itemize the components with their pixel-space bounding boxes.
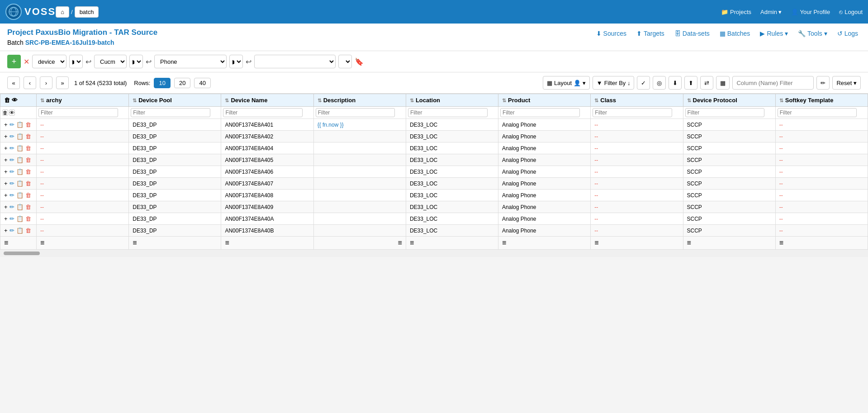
copy-icon[interactable]: 📋 xyxy=(16,192,24,199)
header-device-name[interactable]: ⇅Device Name xyxy=(221,94,313,107)
footer-class-btn[interactable]: ≡ xyxy=(594,239,598,247)
edit-button[interactable]: ✏ xyxy=(816,76,830,90)
footer-softkey-btn[interactable]: ≡ xyxy=(779,239,783,247)
tab-datasets[interactable]: 🗄 Data-sets xyxy=(672,28,712,39)
footer-actions-btn[interactable]: ≡ xyxy=(4,239,8,247)
rows-20-button[interactable]: 20 xyxy=(174,78,190,88)
filter2-arrow[interactable]: ↩ xyxy=(146,57,152,66)
edit-icon[interactable]: ✏ xyxy=(9,227,14,234)
copy-icon[interactable]: 📋 xyxy=(16,215,24,222)
delete-icon[interactable]: 🗑 xyxy=(25,204,31,210)
delete-icon[interactable]: 🗑 xyxy=(25,157,31,163)
delete-icon[interactable]: 🗑 xyxy=(25,180,31,187)
softkey-filter-input[interactable] xyxy=(778,108,857,117)
header-location[interactable]: ⇅Location xyxy=(406,94,498,107)
add-icon[interactable]: + xyxy=(4,192,8,199)
admin-link[interactable]: Admin ▾ xyxy=(760,9,782,15)
product-filter-input[interactable] xyxy=(500,108,580,117)
checkmark-button[interactable]: ✓ xyxy=(637,76,650,90)
desc-filter-input[interactable] xyxy=(316,108,395,117)
prev-page-button[interactable]: ‹ xyxy=(24,76,36,89)
loc-filter-input[interactable] xyxy=(408,108,488,117)
edit-icon[interactable]: ✏ xyxy=(9,192,14,199)
edit-icon[interactable]: ✏ xyxy=(9,145,14,152)
add-icon[interactable]: + xyxy=(4,204,8,210)
projects-link[interactable]: 📁 Projects xyxy=(721,9,751,15)
header-device-protocol[interactable]: ⇅Device Protocol xyxy=(683,94,775,107)
delete-icon[interactable]: 🗑 xyxy=(25,145,31,152)
footer-loc-btn[interactable]: ≡ xyxy=(410,239,414,247)
batch-link[interactable]: SRC-PB-EMEA-16Jul19-batch xyxy=(25,39,114,46)
header-device[interactable]: ⇅archy xyxy=(37,94,129,107)
filter4-select[interactable] xyxy=(254,55,336,68)
copy-icon[interactable]: 📋 xyxy=(16,157,24,163)
filter2-op-select[interactable]: ▶ xyxy=(129,55,143,68)
add-icon[interactable]: + xyxy=(4,121,8,128)
footer-protocol-btn[interactable]: ≡ xyxy=(687,239,691,247)
rows-40-button[interactable]: 40 xyxy=(194,78,210,88)
edit-icon[interactable]: ✏ xyxy=(9,204,14,210)
edit-icon[interactable]: ✏ xyxy=(9,168,14,175)
pool-filter-input[interactable] xyxy=(131,108,210,117)
add-icon[interactable]: + xyxy=(4,133,8,140)
copy-icon[interactable]: 📋 xyxy=(16,180,24,187)
delete-icon[interactable]: 🗑 xyxy=(25,168,31,175)
logout-link[interactable]: ⎋ Logout xyxy=(839,9,863,15)
tab-batches[interactable]: ▦ Batches xyxy=(717,28,753,39)
copy-icon[interactable]: 📋 xyxy=(16,227,24,234)
header-description[interactable]: ⇅Description xyxy=(313,94,406,107)
edit-icon[interactable]: ✏ xyxy=(9,215,14,222)
protocol-filter-input[interactable] xyxy=(685,108,765,117)
footer-pool-btn[interactable]: ≡ xyxy=(133,239,137,247)
filter3-arrow[interactable]: ↩ xyxy=(246,57,251,66)
batch-breadcrumb[interactable]: batch xyxy=(75,6,99,18)
grid-button[interactable]: ▦ xyxy=(716,76,730,90)
tab-tools[interactable]: 🔧 Tools ▾ xyxy=(795,28,830,39)
header-device-pool[interactable]: ⇅Device Pool xyxy=(129,94,221,107)
tab-targets[interactable]: ⬆ Targets xyxy=(634,28,667,39)
filter3-select[interactable]: Phone xyxy=(154,55,227,68)
add-icon[interactable]: + xyxy=(4,168,8,175)
footer-device-btn[interactable]: ≡ xyxy=(40,239,44,247)
remove-filter-button[interactable]: ✕ xyxy=(24,57,29,66)
header-softkey-template[interactable]: ⇅Softkey Template xyxy=(775,94,868,107)
eye-button[interactable]: 👁 xyxy=(9,109,15,116)
last-page-button[interactable]: » xyxy=(56,76,69,89)
horizontal-scrollbar[interactable] xyxy=(0,250,868,257)
filter1-op-select[interactable]: ▶ xyxy=(69,55,83,68)
profile-link[interactable]: 👤 Your Profile xyxy=(791,9,830,15)
first-page-button[interactable]: « xyxy=(7,76,20,89)
header-class[interactable]: ⇅Class xyxy=(591,94,683,107)
tab-sources[interactable]: ⬇ Sources xyxy=(593,28,629,39)
filter-by-button[interactable]: ▼ Filter By ↓ xyxy=(593,76,635,90)
scrollbar-thumb[interactable] xyxy=(4,252,40,255)
copy-icon[interactable]: 📋 xyxy=(16,168,24,175)
delete-icon[interactable]: 🗑 xyxy=(25,192,31,199)
footer-name-btn[interactable]: ≡ xyxy=(225,239,229,247)
delete-icon[interactable]: 🗑 xyxy=(25,133,31,140)
next-page-button[interactable]: › xyxy=(40,76,52,89)
copy-icon[interactable]: 📋 xyxy=(16,145,24,152)
layout-button[interactable]: ▦ Layout 👤 ▾ xyxy=(543,76,590,90)
footer-product-btn[interactable]: ≡ xyxy=(502,239,506,247)
name-filter-input[interactable] xyxy=(223,108,303,117)
edit-icon[interactable]: ✏ xyxy=(9,157,14,163)
device-filter-input[interactable] xyxy=(38,108,118,117)
rows-10-button[interactable]: 10 xyxy=(154,78,170,88)
filter3-op-select[interactable]: ▶ xyxy=(229,55,243,68)
filter2-select[interactable]: Cucm xyxy=(94,55,127,68)
column-filter-input[interactable] xyxy=(732,76,814,90)
delete-icon[interactable]: 🗑 xyxy=(25,215,31,222)
reset-button[interactable]: Reset ▾ xyxy=(832,76,861,90)
add-icon[interactable]: + xyxy=(4,157,8,163)
filter4-op-select[interactable] xyxy=(338,55,352,68)
download-button[interactable]: ⬇ xyxy=(669,76,682,90)
edit-icon[interactable]: ✏ xyxy=(9,180,14,187)
add-icon[interactable]: + xyxy=(4,215,8,222)
copy-icon[interactable]: 📋 xyxy=(16,121,24,128)
header-product[interactable]: ⇅Product xyxy=(498,94,591,107)
target-button[interactable]: ◎ xyxy=(653,76,666,90)
delete-icon[interactable]: 🗑 xyxy=(25,227,31,234)
tab-rules[interactable]: ▶ Rules ▾ xyxy=(757,28,791,39)
edit-icon[interactable]: ✏ xyxy=(9,121,14,128)
